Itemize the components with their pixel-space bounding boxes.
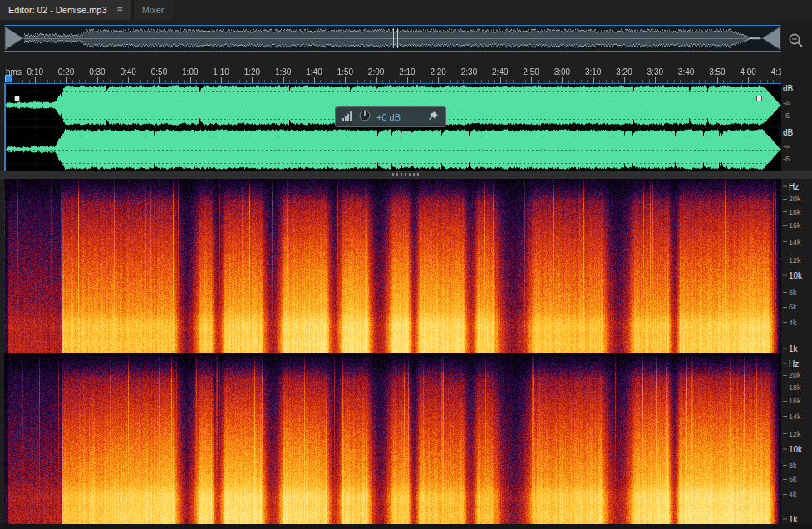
freq-scale-label: 1k bbox=[783, 515, 798, 524]
splitter-grip-icon bbox=[392, 173, 421, 176]
zoom-out-icon[interactable] bbox=[787, 32, 805, 50]
panel-splitter[interactable] bbox=[0, 171, 812, 179]
ruler-time-label: 4:00 bbox=[740, 67, 755, 77]
ruler-time-label: 0:30 bbox=[89, 67, 105, 77]
freq-scale-label: 8k bbox=[783, 289, 797, 297]
bottom-edge bbox=[0, 524, 812, 529]
gain-value-label: +0 dB bbox=[376, 112, 401, 122]
waveform-channel-right-canvas[interactable] bbox=[4, 128, 781, 171]
ruler-time-label: 0:20 bbox=[58, 67, 74, 77]
freq-scale-label: 14k bbox=[783, 238, 801, 246]
ruler-time-label: 0:40 bbox=[120, 67, 135, 77]
freq-scale-label: 20k bbox=[783, 195, 801, 203]
ruler-time-label: 1:50 bbox=[337, 67, 353, 77]
ruler-time-label: 2:40 bbox=[492, 67, 508, 77]
ruler-time-label: 1:00 bbox=[182, 67, 198, 77]
ruler-time-label: 1:30 bbox=[275, 67, 291, 77]
tab-mixer-label: Mixer bbox=[142, 5, 165, 15]
ruler-time-label: 3:40 bbox=[678, 67, 694, 77]
freq-scale-label: 12k bbox=[783, 430, 801, 438]
freq-scale-label: 12k bbox=[783, 256, 801, 264]
db-scale-label: dB bbox=[783, 128, 793, 137]
right-rail[interactable]: dB-∞-6dB-∞-6Hz20k18k16k14k12k10k8k6k4k1k… bbox=[781, 20, 812, 529]
ruler-time-label: 1:20 bbox=[244, 67, 260, 77]
clip-handle-right[interactable] bbox=[756, 96, 762, 101]
ruler-time-label: 0:50 bbox=[151, 67, 167, 77]
playhead-marker[interactable] bbox=[5, 75, 12, 82]
ruler-time-label: 3:00 bbox=[554, 67, 570, 77]
freq-scale-label: 6k bbox=[783, 303, 797, 311]
freq-scale-label: 14k bbox=[783, 413, 801, 421]
freq-scale-label: Hz bbox=[783, 359, 799, 368]
clip-handle-left[interactable] bbox=[14, 96, 20, 101]
ruler-time-label: 2:20 bbox=[430, 67, 445, 77]
level-meter-icon bbox=[342, 110, 353, 125]
ruler-time-label: 2:10 bbox=[399, 67, 415, 77]
freq-scale-label: 18k bbox=[783, 383, 801, 392]
spectrogram-left-canvas[interactable] bbox=[4, 179, 781, 353]
db-scale-label: dB bbox=[783, 84, 793, 93]
ruler-time-label: 2:50 bbox=[523, 67, 539, 77]
ruler-time-label: 3:10 bbox=[585, 67, 601, 77]
freq-scale-label: 4k bbox=[783, 319, 797, 327]
gain-hud[interactable]: +0 dB bbox=[335, 106, 446, 127]
tab-editor[interactable]: Editor: 02 - Demise.mp3 ≡ bbox=[0, 0, 131, 20]
tab-mixer[interactable]: Mixer bbox=[134, 0, 173, 20]
audio-editor-window: Editor: 02 - Demise.mp3 ≡ Mixer dB-∞-6dB… bbox=[0, 0, 812, 529]
freq-scale-label: 6k bbox=[783, 475, 797, 483]
ruler-time-label: 0:10 bbox=[27, 67, 43, 77]
spectrogram-channel-right bbox=[4, 356, 781, 524]
spectrogram-right-canvas[interactable] bbox=[4, 356, 781, 524]
db-scale-label: -∞ bbox=[783, 99, 790, 107]
tab-editor-label: Editor: 02 - Demise.mp3 bbox=[8, 5, 107, 15]
freq-scale-label: 1k bbox=[783, 344, 798, 353]
ruler-time-label: 4:10 bbox=[771, 67, 781, 77]
ruler-time-label: 3:50 bbox=[709, 67, 725, 77]
freq-scale-label: 10k bbox=[783, 444, 802, 453]
gain-knob-icon[interactable] bbox=[359, 110, 371, 125]
db-scale-label: -6 bbox=[783, 155, 790, 163]
freq-scale-label: 10k bbox=[783, 270, 802, 279]
overview-navigator[interactable] bbox=[4, 25, 781, 52]
spectrogram-channel-left bbox=[4, 179, 781, 353]
timeline-ruler[interactable]: hms 0:100:200:300:400:501:001:101:201:30… bbox=[4, 65, 781, 83]
ruler-time-label: 2:30 bbox=[461, 67, 477, 77]
freq-scale-label: 16k bbox=[783, 221, 801, 230]
panel-tab-bar: Editor: 02 - Demise.mp3 ≡ Mixer bbox=[0, 0, 812, 20]
freq-scale-label: 18k bbox=[783, 208, 801, 216]
db-scale-label: -6 bbox=[783, 111, 790, 120]
ruler-time-label: 3:20 bbox=[616, 67, 632, 77]
playhead-line[interactable] bbox=[4, 84, 6, 171]
waveform-panel: +0 dB bbox=[4, 83, 781, 171]
ruler-time-label: 1:10 bbox=[213, 67, 229, 77]
freq-scale-label: 8k bbox=[783, 462, 797, 470]
db-scale-label: -∞ bbox=[783, 142, 790, 151]
freq-scale-label: Hz bbox=[783, 182, 799, 191]
overview-waveform-canvas[interactable] bbox=[4, 26, 781, 51]
pin-hud-icon[interactable] bbox=[428, 110, 439, 125]
ruler-time-label: 1:40 bbox=[306, 67, 322, 77]
ruler-time-label: 3:30 bbox=[647, 67, 663, 77]
freq-scale-label: 16k bbox=[783, 397, 801, 405]
panel-menu-icon[interactable]: ≡ bbox=[117, 5, 123, 15]
freq-scale-label: 20k bbox=[783, 371, 801, 379]
freq-scale-label: 4k bbox=[783, 490, 797, 498]
ruler-time-label: 2:00 bbox=[368, 67, 384, 77]
